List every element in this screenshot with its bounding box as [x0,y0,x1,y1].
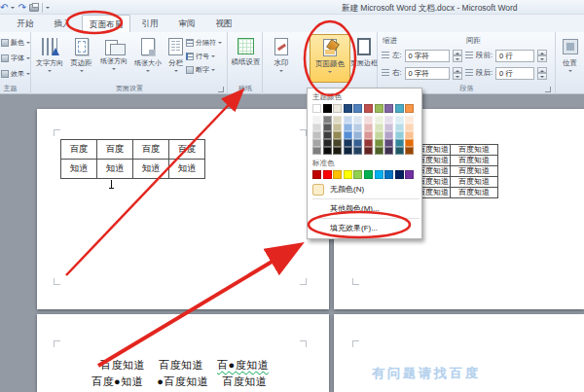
theme-color-swatch[interactable] [344,104,352,113]
tab-page-layout[interactable]: 页面布局 [82,15,130,32]
theme-variant-swatch[interactable] [405,139,414,147]
paragraph-dialog-launcher-icon[interactable] [545,87,551,92]
theme-variant-swatch[interactable] [344,116,352,124]
table-cell[interactable]: 百度 [169,140,205,160]
table-baidu-zhidao[interactable]: 百度百度百度百度知道知道知道知道 [60,139,205,179]
theme-variant-swatch[interactable] [364,131,373,139]
table-cell[interactable]: 百度知道 [451,145,498,156]
table-cell[interactable]: 百度 [61,140,97,160]
theme-variant-swatch[interactable] [405,116,414,124]
theme-variant-swatch[interactable] [333,139,342,147]
standard-color-swatch[interactable] [353,170,362,179]
page-4[interactable]: 有问题请找百度 [334,314,584,392]
standard-color-swatch[interactable] [384,170,393,179]
undo-icon[interactable]: ↶ [0,0,8,15]
theme-variant-swatch[interactable] [384,131,393,139]
theme-variant-swatch[interactable] [344,124,352,131]
theme-variant-swatch[interactable] [344,147,352,155]
spacing-after-stepper[interactable] [537,67,547,80]
indent-left-stepper[interactable] [453,50,462,62]
theme-variant-swatch[interactable] [395,139,404,147]
theme-color-swatch[interactable] [395,104,404,113]
button-margins[interactable]: 页边距 [66,34,96,83]
doc-text[interactable]: 百度知道 [222,375,267,387]
theme-variant-swatch[interactable] [364,116,373,124]
spacing-before-stepper[interactable] [537,50,547,62]
position-button[interactable]: 位置 [558,34,582,83]
theme-color-swatch[interactable] [405,104,414,113]
standard-color-swatch[interactable] [323,170,332,179]
theme-fonts-button[interactable]: 字体 [1,52,30,64]
table-cell[interactable]: 百度知道 [451,166,498,177]
table-cell[interactable]: 百度知道 [451,188,498,198]
table-cell[interactable]: 百度知道 [451,177,498,188]
theme-variant-swatch[interactable] [323,139,332,147]
theme-variant-swatch[interactable] [333,124,342,131]
theme-variant-swatch[interactable] [353,147,362,155]
theme-color-swatch[interactable] [353,104,362,113]
theme-variant-swatch[interactable] [405,131,414,139]
theme-variant-swatch[interactable] [333,131,342,139]
manuscript-setup-button[interactable]: 稿纸设置 [231,34,261,83]
table-cell[interactable]: 知道 [61,160,97,179]
standard-color-swatch[interactable] [344,170,352,179]
more-colors-item[interactable]: 其他颜色(M)... [312,201,421,216]
standard-color-swatch[interactable] [395,170,404,179]
table-baidu-zhidao-right[interactable]: 百度知道百度知道百度知道百度知道百度知道百度知道百度知道百度知道百度知道百度知道 [416,144,498,198]
text-line[interactable]: 百度●知道●百度知道百度知道 [91,374,280,389]
theme-variant-swatch[interactable] [344,139,352,147]
theme-variant-swatch[interactable] [375,147,383,155]
theme-variant-swatch[interactable] [323,147,332,155]
indent-right-stepper[interactable] [453,67,462,80]
page-1[interactable]: 百度百度百度百度知道知道知道知道 [37,109,329,309]
button-orientation[interactable]: 纸张方向 [96,34,131,83]
theme-variant-swatch[interactable] [405,147,414,155]
page-color-button[interactable]: 页面颜色 [310,34,350,83]
tab-review[interactable]: 审阅 [169,15,204,32]
theme-effects-button[interactable]: 效果 [1,67,30,80]
theme-variant-swatch[interactable] [344,131,352,139]
theme-variant-swatch[interactable] [384,147,393,155]
page-borders-button[interactable]: 页面边框 [350,34,378,83]
theme-variant-swatch[interactable] [405,124,414,131]
button-columns[interactable]: 分栏 [164,34,187,83]
theme-color-swatch[interactable] [364,104,373,113]
text-line[interactable]: 百度知道百度知道百●度知道 [100,358,282,373]
theme-variant-swatch[interactable] [375,124,383,131]
theme-color-swatch[interactable] [375,104,383,113]
theme-variant-swatch[interactable] [353,124,362,131]
tab-view[interactable]: 视图 [206,15,241,32]
table-cell[interactable]: 百度知道 [451,156,498,166]
doc-text[interactable]: 百度●知道 [91,375,143,387]
theme-variant-swatch[interactable] [375,116,383,124]
tab-home[interactable]: 开始 [8,15,43,32]
indent-right-input[interactable]: 0 字符 [405,67,450,80]
theme-variant-swatch[interactable] [353,131,362,139]
page-setup-dialog-launcher-icon[interactable] [218,87,224,92]
theme-variant-swatch[interactable] [395,131,404,139]
spacing-before-input[interactable]: 0 行 [495,50,534,62]
button-hyphenation[interactable]: 断字 [186,63,222,76]
print-icon[interactable] [29,4,39,12]
theme-variant-swatch[interactable] [395,116,404,124]
theme-variant-swatch[interactable] [312,147,321,155]
theme-variant-swatch[interactable] [353,139,362,147]
button-page-size[interactable]: 纸张大小 [131,34,164,83]
theme-variant-swatch[interactable] [395,147,404,155]
theme-variant-swatch[interactable] [384,139,393,147]
theme-variant-swatch[interactable] [323,131,332,139]
watermark-button[interactable]: 水印 [267,34,296,83]
table-cell[interactable]: 知道 [97,160,133,179]
table-cell[interactable]: 百度 [133,140,169,160]
theme-variant-swatch[interactable] [312,139,321,147]
redo-icon[interactable]: ↷ [18,0,25,15]
table-cell[interactable]: 百度 [97,140,133,160]
theme-colors-button[interactable]: 颜色 [1,36,30,49]
theme-variant-swatch[interactable] [323,116,332,124]
theme-color-swatch[interactable] [384,104,393,113]
theme-variant-swatch[interactable] [375,131,383,139]
standard-color-swatch[interactable] [375,170,383,179]
qat-more-icon[interactable] [46,7,50,11]
standard-color-swatch[interactable] [312,170,321,179]
theme-variant-swatch[interactable] [384,116,393,124]
